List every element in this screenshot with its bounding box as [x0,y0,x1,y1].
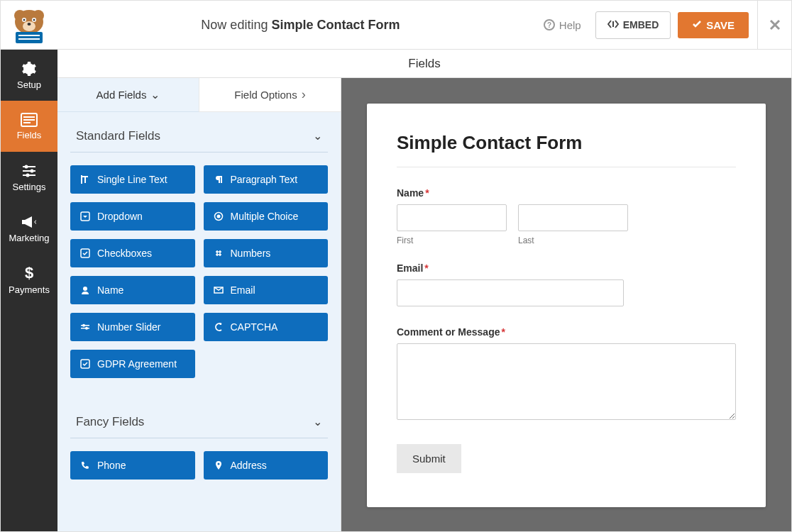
svg-point-22 [31,169,34,172]
list-icon [21,113,38,127]
svg-rect-10 [18,35,40,36]
dollar-icon: $ [23,265,35,282]
svg-point-34 [82,324,85,327]
svg-rect-33 [81,328,89,329]
tab-add-fields[interactable]: Add Fields [57,78,199,112]
field-single-line-text[interactable]: Single Line Text [70,165,195,194]
chevron-down-icon [313,129,322,143]
pin-icon [214,460,224,470]
svg-point-5 [23,19,26,21]
sliders-icon [21,163,37,179]
embed-button[interactable]: EMBED [595,11,671,39]
field-numbers[interactable]: Numbers [204,239,329,267]
user-icon [80,285,90,295]
svg-text:$: $ [25,265,33,282]
save-button[interactable]: SAVE [678,12,749,38]
field-paragraph-text[interactable]: Paragraph Text [204,165,329,194]
nav-setup[interactable]: Setup [1,50,57,101]
slider-icon [80,322,90,332]
first-sublabel: First [397,235,507,245]
chevron-right-icon [302,87,306,102]
help-link[interactable]: ? Help [544,19,581,31]
field-captcha[interactable]: CAPTCHA [204,313,329,341]
nav-marketing[interactable]: Marketing [1,203,57,254]
hash-icon [214,248,224,258]
form-name: Simple Contact Form [271,18,400,32]
svg-point-30 [83,287,87,291]
field-gdpr[interactable]: GDPR Agreement [70,350,195,378]
paragraph-icon [214,174,224,184]
tab-field-options[interactable]: Field Options [199,78,341,112]
svg-rect-32 [81,325,89,326]
required-asterisk: * [424,262,428,274]
refresh-icon [214,322,224,332]
phone-icon [80,460,90,470]
svg-rect-9 [16,32,43,43]
code-icon [607,19,619,31]
megaphone-icon [21,214,38,230]
field-dropdown[interactable]: Dropdown [70,202,195,231]
checkbox-icon [80,359,90,369]
field-multiple-choice[interactable]: Multiple Choice [204,202,329,231]
envelope-icon [214,285,224,295]
svg-rect-11 [18,38,40,40]
checkbox-icon [80,248,90,258]
side-nav: Setup Fields Settings Marketing $ Paymen… [1,50,57,531]
email-label: Email* [397,262,736,274]
editing-title: Now editing Simple Contact Form [57,18,544,33]
dropdown-icon [80,211,90,221]
field-phone[interactable]: Phone [70,451,195,480]
required-asterisk: * [501,326,505,338]
form-title: Simple Contact Form [397,132,736,167]
help-icon: ? [544,19,555,31]
last-name-input[interactable] [518,204,628,231]
form-preview[interactable]: Simple Contact Form Name* First Last Ema… [367,104,766,507]
svg-text:?: ? [547,21,551,29]
app-logo [1,2,57,48]
name-label: Name* [397,187,736,199]
field-number-slider[interactable]: Number Slider [70,313,195,341]
svg-point-8 [28,23,31,26]
nav-fields[interactable]: Fields [1,101,57,152]
group-standard-fields[interactable]: Standard Fields [70,112,328,153]
svg-point-6 [33,19,35,21]
nav-settings[interactable]: Settings [1,152,57,203]
radio-icon [214,211,224,221]
field-checkboxes[interactable]: Checkboxes [70,239,195,267]
chevron-down-icon [150,88,160,101]
submit-button[interactable]: Submit [397,444,461,473]
required-asterisk: * [425,187,429,199]
message-label: Comment or Message* [397,326,736,338]
check-icon [692,19,702,31]
field-name[interactable]: Name [70,276,195,304]
preview-area: Simple Contact Form Name* First Last Ema… [341,78,791,531]
top-bar: Now editing Simple Contact Form ? Help E… [1,0,791,50]
email-input[interactable] [397,279,624,306]
svg-rect-17 [23,122,31,123]
group-fancy-fields[interactable]: Fancy Fields [70,398,328,438]
field-email[interactable]: Email [204,276,329,304]
chevron-down-icon [313,415,322,429]
svg-point-21 [25,165,28,168]
svg-point-28 [216,215,220,218]
svg-point-35 [85,327,88,330]
first-name-input[interactable] [397,204,507,231]
message-textarea[interactable] [397,343,736,420]
svg-rect-16 [23,119,35,121]
close-icon [769,18,781,31]
title-prefix: Now editing [201,18,268,32]
fields-panel: Add Fields Field Options Standard Fields [57,78,341,531]
close-button[interactable] [757,1,791,49]
svg-rect-25 [81,175,82,184]
svg-point-23 [26,173,30,177]
panel-title: Fields [57,50,791,78]
last-sublabel: Last [518,235,628,245]
nav-payments[interactable]: $ Payments [1,254,57,305]
svg-rect-15 [23,116,35,118]
field-address[interactable]: Address [204,451,329,480]
text-icon [80,174,90,184]
gear-icon [21,61,37,77]
